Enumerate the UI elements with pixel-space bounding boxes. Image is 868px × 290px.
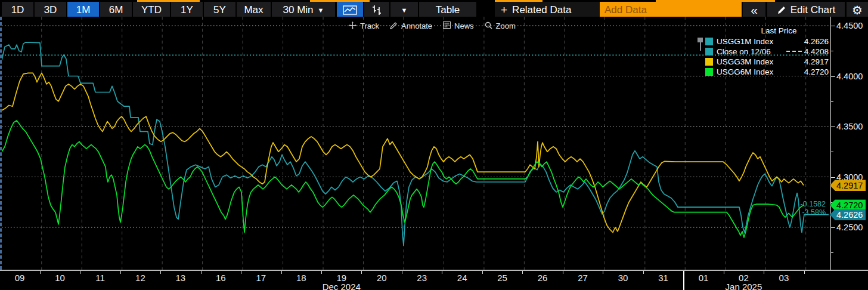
- legend-row[interactable]: USGG6M Index4.2720: [705, 67, 829, 76]
- range-button-1d[interactable]: 1D: [2, 2, 33, 18]
- range-button-5y[interactable]: 5Y: [204, 2, 235, 18]
- zoom-button[interactable]: Zoom: [485, 21, 516, 31]
- x-axis-label: 17: [256, 273, 266, 283]
- range-button-1m[interactable]: 1M: [67, 2, 99, 18]
- collapse-chevrons-icon: «: [751, 3, 758, 17]
- series-value: 4.4208: [804, 47, 829, 56]
- net-change-label: -3.58%: [790, 208, 826, 217]
- x-axis-tick: [724, 271, 724, 274]
- legend-title: Last Price: [705, 26, 829, 35]
- x-axis-label: 01: [699, 273, 709, 283]
- news-button[interactable]: News: [443, 21, 474, 30]
- track-icon: [349, 21, 356, 31]
- x-axis-label: 25: [497, 273, 507, 283]
- chevron-down-icon: ▼: [318, 7, 324, 14]
- x-axis-tick: [241, 271, 241, 274]
- related-data-button[interactable]: + Related Data: [495, 2, 600, 18]
- settings-gear-button[interactable]: ⚙: [847, 2, 868, 18]
- y-axis-label: 4.4500: [836, 21, 863, 30]
- y-axis-minor-tick: [830, 152, 833, 152]
- x-axis-tick: [482, 271, 483, 274]
- year-separator: [683, 271, 684, 290]
- x-axis-tick: [402, 271, 402, 274]
- y-axis-minor-tick: [830, 51, 833, 51]
- line-chart-type-button[interactable]: [337, 2, 363, 18]
- x-axis-tick: [804, 271, 805, 274]
- x-axis-tick: [321, 271, 322, 274]
- x-axis-tick: [281, 271, 282, 274]
- legend-row[interactable]: Close on 12/064.4208: [705, 47, 829, 56]
- price-badge: 4.2917: [830, 180, 866, 191]
- zoom-label: Zoom: [496, 21, 516, 30]
- x-axis-tick: [361, 271, 362, 274]
- series-value: 4.2720: [804, 67, 829, 76]
- clipped-tab-strip: [137, 0, 200, 2]
- edit-chart-button[interactable]: Edit Chart: [767, 2, 845, 18]
- series-value: 4.2917: [804, 57, 829, 66]
- series-label: USGG3M Index: [717, 57, 804, 66]
- y-axis-tick: [830, 227, 835, 228]
- annotate-button[interactable]: Annotate: [390, 21, 432, 31]
- add-data-input[interactable]: [600, 2, 742, 18]
- news-icon: [443, 21, 451, 30]
- news-label: News: [454, 21, 474, 30]
- legend-row[interactable]: USGG3M Index4.2917: [705, 57, 829, 66]
- x-axis-label: 11: [95, 273, 105, 283]
- series-swatch: [705, 58, 713, 66]
- range-button-6m[interactable]: 6M: [100, 2, 132, 18]
- y-axis-tick: [830, 127, 835, 127]
- range-button-3d[interactable]: 3D: [35, 2, 66, 18]
- chart-type-dropdown[interactable]: ▼: [390, 2, 418, 18]
- plus-icon: +: [501, 4, 507, 17]
- x-axis-tick: [603, 271, 603, 274]
- x-axis-label: 31: [658, 273, 668, 283]
- price-chart[interactable]: -0.1582-3.58%: [0, 17, 829, 270]
- series-label: USGG6M Index: [717, 67, 804, 76]
- x-axis-label: 10: [55, 273, 65, 283]
- line-chart-icon: [343, 5, 357, 15]
- x-axis-label: 24: [457, 273, 467, 283]
- pin-icon[interactable]: [697, 37, 704, 53]
- x-axis-label: 12: [135, 273, 145, 283]
- series-usgg1m: [2, 42, 829, 246]
- range-button-1y[interactable]: 1Y: [171, 2, 203, 18]
- annotate-label: Annotate: [401, 21, 432, 30]
- interval-dropdown[interactable]: 30 Min ▼: [272, 2, 335, 18]
- series-label: USGG1M Index: [717, 37, 804, 46]
- track-button[interactable]: Track: [349, 21, 379, 31]
- table-button-label: Table: [436, 4, 460, 16]
- chart-legend[interactable]: Last Price USGG1M Index4.2626Close on 12…: [705, 26, 829, 77]
- annotate-icon: [390, 21, 398, 31]
- x-axis-label: 09: [15, 273, 25, 283]
- x-axis-tick: [40, 271, 41, 274]
- collapse-button[interactable]: «: [743, 2, 765, 18]
- x-axis-tick: [120, 271, 121, 274]
- related-data-label: Related Data: [512, 4, 571, 16]
- dashed-line-indicator: [786, 51, 802, 52]
- bar-chart-type-button[interactable]: [364, 2, 389, 18]
- x-axis-label: 18: [296, 273, 306, 283]
- x-axis-label: 26: [538, 273, 548, 283]
- y-axis-tick: [830, 26, 835, 26]
- y-axis: 4.45004.40004.35004.30004.25004.29174.27…: [829, 17, 868, 270]
- x-axis: 0910111213161718192023242526273031010203…: [0, 270, 868, 290]
- x-axis-tick: [80, 271, 80, 274]
- price-badge: 4.2626: [830, 209, 866, 220]
- table-button[interactable]: Table: [419, 2, 476, 18]
- legend-row[interactable]: USGG1M Index4.2626: [705, 36, 829, 46]
- y-axis-line: [830, 17, 831, 270]
- gear-icon: ⚙: [852, 3, 863, 17]
- x-axis-label: 27: [578, 273, 588, 283]
- ohlc-bars-icon: [371, 5, 383, 16]
- chart-hover-toolbar: TrackAnnotateNewsZoom: [349, 20, 516, 32]
- range-button-ytd[interactable]: YTD: [133, 2, 170, 18]
- x-axis-label: 20: [377, 273, 387, 283]
- y-axis-label: 4.4000: [836, 72, 863, 81]
- x-axis-tick: [442, 271, 442, 274]
- x-axis-label: 16: [216, 273, 226, 283]
- range-button-max[interactable]: Max: [237, 2, 271, 18]
- track-label: Track: [360, 21, 379, 30]
- y-axis-tick: [830, 177, 835, 178]
- x-axis-label: 03: [779, 273, 789, 283]
- x-axis-tick: [160, 271, 161, 274]
